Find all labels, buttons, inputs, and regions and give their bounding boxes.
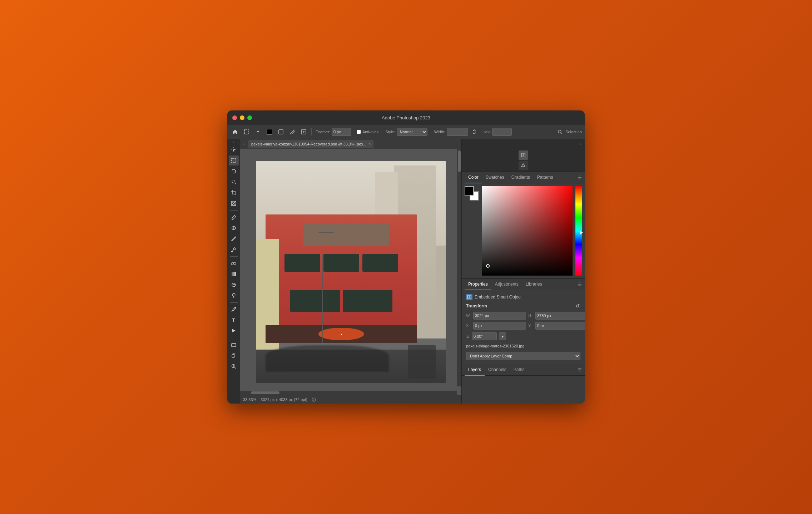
width-field: W: bbox=[466, 312, 526, 320]
separator-2 bbox=[354, 128, 354, 135]
tab-layers[interactable]: Layers bbox=[465, 364, 485, 376]
healing-brush-tool[interactable] bbox=[229, 223, 239, 233]
path-btn[interactable] bbox=[287, 127, 297, 137]
hand-tool[interactable] bbox=[229, 351, 239, 361]
width-value-input[interactable] bbox=[473, 312, 526, 320]
close-button[interactable] bbox=[232, 115, 237, 120]
style-dropdown[interactable]: Normal Fixed Ratio Fixed Size bbox=[397, 128, 427, 136]
tabs-collapse-left[interactable]: « bbox=[242, 142, 246, 146]
layers-panel: Layers Channels Paths ☰ bbox=[462, 364, 585, 404]
main-area: « bbox=[227, 139, 585, 404]
foreground-color-btn[interactable] bbox=[264, 127, 274, 137]
rectangle-tool[interactable] bbox=[229, 340, 239, 350]
feather-label: Feather: bbox=[316, 130, 330, 134]
tab-patterns[interactable]: Patterns bbox=[534, 172, 557, 183]
right-panel-collapse[interactable]: » bbox=[579, 142, 583, 146]
x-value-input[interactable] bbox=[473, 322, 526, 330]
quick-select-tool[interactable] bbox=[229, 177, 239, 187]
properties-panel-menu[interactable]: ☰ bbox=[578, 282, 582, 287]
marquee-tool-dropdown[interactable] bbox=[253, 127, 263, 137]
layer-mask-btn[interactable] bbox=[276, 127, 286, 137]
svg-point-16 bbox=[234, 307, 236, 308]
tool-separator-2 bbox=[230, 256, 238, 257]
layers-tabs: Layers Channels Paths ☰ bbox=[462, 364, 585, 376]
eyedropper-tool[interactable] bbox=[229, 212, 239, 222]
fg-bg-swatches bbox=[465, 186, 479, 201]
tab-close-btn[interactable]: × bbox=[368, 142, 371, 146]
rectangular-marquee-tool[interactable] bbox=[229, 155, 239, 165]
feather-input[interactable] bbox=[332, 128, 351, 136]
antialias-checkbox[interactable] bbox=[357, 130, 361, 134]
height-input[interactable] bbox=[492, 128, 512, 136]
right-panel-top: » bbox=[462, 139, 585, 149]
reset-transform-btn[interactable]: ↺ bbox=[575, 303, 580, 309]
tab-libraries[interactable]: Libraries bbox=[522, 279, 546, 290]
tool-separator-4 bbox=[230, 338, 238, 338]
height-value-input[interactable] bbox=[535, 312, 585, 320]
clone-stamp-tool[interactable] bbox=[229, 244, 239, 254]
dodge-tool[interactable] bbox=[229, 291, 239, 301]
tab-paths[interactable]: Paths bbox=[510, 364, 528, 376]
search-area: Select an bbox=[556, 128, 582, 136]
gradient-tool[interactable] bbox=[229, 269, 239, 279]
left-toolbar-collapse[interactable]: « bbox=[232, 140, 236, 144]
tab-swatches[interactable]: Swatches bbox=[482, 172, 508, 183]
canvas-scrollbar-h[interactable] bbox=[240, 391, 457, 395]
document-dimensions: 3024 px x 4033 px (72 ppi) bbox=[261, 397, 307, 402]
svg-point-14 bbox=[232, 283, 236, 287]
tool-separator-1 bbox=[230, 210, 238, 211]
color-saturation-field[interactable] bbox=[482, 186, 573, 276]
minimize-button[interactable] bbox=[240, 115, 244, 120]
blur-tool[interactable] bbox=[229, 280, 239, 290]
maximize-button[interactable] bbox=[247, 115, 252, 120]
smart-object-label: Embedded Smart Object bbox=[475, 295, 521, 300]
layers-panel-menu[interactable]: ☰ bbox=[578, 367, 582, 372]
rotate-dropdown[interactable]: ▾ bbox=[499, 332, 506, 340]
canvas-container[interactable]: ● bbox=[240, 149, 461, 395]
brush-tool[interactable] bbox=[229, 234, 239, 244]
tab-color[interactable]: Color bbox=[465, 172, 482, 183]
path-selection-tool[interactable] bbox=[229, 326, 239, 336]
eraser-tool[interactable] bbox=[229, 258, 239, 268]
panel-icon-1[interactable] bbox=[519, 150, 528, 160]
zoom-level: 33,33% bbox=[243, 397, 256, 402]
svg-point-3 bbox=[558, 130, 561, 133]
color-picker-handle[interactable] bbox=[486, 264, 490, 268]
pen-tool[interactable] bbox=[229, 305, 239, 315]
search-icon[interactable] bbox=[556, 128, 564, 136]
color-panel-menu[interactable]: ☰ bbox=[578, 175, 582, 180]
frame-tool[interactable] bbox=[229, 198, 239, 208]
svg-point-15 bbox=[232, 293, 235, 296]
tab-adjustments[interactable]: Adjustments bbox=[491, 279, 522, 290]
extra-btn[interactable] bbox=[299, 127, 309, 137]
info-icon bbox=[312, 397, 316, 402]
home-button[interactable] bbox=[230, 127, 240, 137]
tab-properties[interactable]: Properties bbox=[465, 279, 491, 290]
rotate-row: ⊿ ▾ bbox=[466, 332, 580, 340]
separator-1 bbox=[311, 128, 312, 135]
svg-point-10 bbox=[233, 248, 236, 250]
swap-dimensions-btn[interactable] bbox=[470, 127, 480, 137]
type-tool[interactable]: T bbox=[229, 315, 239, 325]
foreground-swatch[interactable] bbox=[465, 186, 474, 196]
canvas-scrollbar-v[interactable] bbox=[457, 149, 461, 386]
move-tool[interactable] bbox=[229, 145, 239, 155]
app-window: Adobe Photoshop 2023 Feathe bbox=[227, 110, 585, 404]
zoom-tool[interactable] bbox=[229, 361, 239, 371]
hue-slider[interactable] bbox=[575, 186, 582, 276]
y-value-input[interactable] bbox=[535, 322, 585, 330]
width-input[interactable] bbox=[447, 128, 468, 136]
hue-slider-handle bbox=[580, 231, 583, 234]
tool-separator-3 bbox=[230, 302, 238, 303]
document-tab[interactable]: pexels-valeriya-kobzar-13610954-Recovere… bbox=[248, 140, 373, 148]
layers-content bbox=[462, 376, 585, 404]
tab-channels[interactable]: Channels bbox=[485, 364, 510, 376]
rotate-input[interactable] bbox=[472, 332, 497, 340]
panel-icon-2[interactable] bbox=[519, 161, 528, 170]
layer-comp-dropdown[interactable]: Don't Apply Layer Comp bbox=[466, 352, 580, 360]
tab-filename: pexels-valeriya-kobzar-13610954-Recovere… bbox=[251, 142, 366, 146]
lasso-tool[interactable] bbox=[229, 166, 239, 176]
crop-tool[interactable] bbox=[229, 188, 239, 198]
marquee-tool-btn[interactable] bbox=[242, 127, 252, 137]
tab-gradients[interactable]: Gradients bbox=[508, 172, 534, 183]
